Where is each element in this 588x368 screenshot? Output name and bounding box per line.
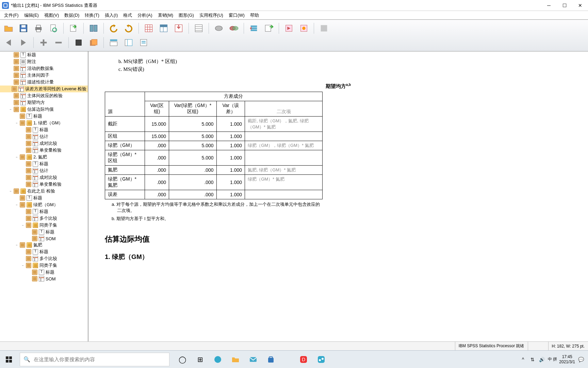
goto-case-button[interactable] xyxy=(172,22,185,35)
menu-insert[interactable]: 插入(I) xyxy=(102,12,120,19)
outline-item[interactable]: 主体间效应的检验 xyxy=(0,92,88,99)
show-button[interactable] xyxy=(72,36,85,49)
goto-variable-button[interactable] xyxy=(157,22,170,35)
tree-toggle-icon[interactable]: − xyxy=(15,121,18,125)
tree-toggle-icon[interactable]: − xyxy=(21,264,24,267)
tray-clock[interactable]: 17:45 2021/3/1 xyxy=(559,354,575,364)
select-cases-button[interactable] xyxy=(212,22,225,35)
tree-toggle-icon[interactable]: − xyxy=(9,189,12,193)
mail-icon[interactable] xyxy=(245,351,261,368)
outline-item[interactable]: 多个比较 xyxy=(0,215,88,222)
outline-pane[interactable]: 标题附注活动的数据集主体间因子描述性统计量误差方差等同性的 Levene 检验主… xyxy=(0,51,88,341)
menu-help[interactable]: 帮助 xyxy=(247,12,262,19)
outline-item[interactable]: 标题 xyxy=(0,229,88,235)
run-script-button[interactable] xyxy=(282,22,295,35)
nav-forward-button[interactable] xyxy=(17,36,30,49)
outline-item[interactable]: 标题 xyxy=(0,269,88,276)
redo-button[interactable] xyxy=(122,22,135,35)
nav-back-button[interactable] xyxy=(2,36,15,49)
edge-icon[interactable] xyxy=(210,351,226,368)
outline-item[interactable]: −绿肥（GM） xyxy=(0,201,88,208)
outline-item[interactable]: 标题 xyxy=(0,195,88,201)
tree-toggle-icon[interactable]: − xyxy=(15,243,18,247)
outline-item[interactable]: 多个比较 xyxy=(0,255,88,262)
store-icon[interactable] xyxy=(263,351,279,368)
outline-item[interactable]: 期望均方 xyxy=(0,99,88,106)
menu-edit[interactable]: 编辑(E) xyxy=(21,12,42,19)
outline-item[interactable]: −2. 氮肥 xyxy=(0,154,88,160)
outline-item[interactable]: 标题 xyxy=(0,126,88,133)
app-icon-1[interactable]: D xyxy=(295,351,312,368)
explorer-icon[interactable] xyxy=(227,351,244,368)
tray-notifications-icon[interactable]: 💬 xyxy=(577,356,585,363)
expand-button[interactable] xyxy=(37,36,50,49)
outline-item[interactable]: 标题 xyxy=(0,208,88,215)
outline-item[interactable]: 标题 xyxy=(0,160,88,167)
close-button[interactable]: ✕ xyxy=(572,0,588,11)
dim-button[interactable] xyxy=(317,22,330,35)
outline-item[interactable]: −氮肥 xyxy=(0,242,88,248)
outline-item[interactable]: −1. 绿肥（GM） xyxy=(0,120,88,126)
outline-item[interactable]: 活动的数据集 xyxy=(0,65,88,72)
tree-toggle-icon[interactable]: − xyxy=(9,108,12,111)
collapse-button[interactable] xyxy=(52,36,65,49)
goto-data-button[interactable] xyxy=(142,22,155,35)
menu-analyze[interactable]: 分析(A) xyxy=(135,12,155,19)
menu-window[interactable]: 窗口(W) xyxy=(226,12,247,19)
tree-toggle-icon[interactable]: − xyxy=(21,224,24,227)
outline-item[interactable]: 成对比较 xyxy=(0,174,88,181)
search-input[interactable] xyxy=(34,356,166,362)
export-button[interactable] xyxy=(67,22,80,35)
cortana-icon[interactable]: ⊞ xyxy=(192,351,208,368)
outline-item[interactable]: −在此之后 检验 xyxy=(0,188,88,195)
menu-utilities[interactable]: 实用程序(U) xyxy=(197,12,226,19)
tree-toggle-icon[interactable]: − xyxy=(15,155,18,159)
insert-title-button[interactable] xyxy=(122,36,135,49)
menu-graphs[interactable]: 图形(G) xyxy=(176,12,197,19)
show-all-button[interactable] xyxy=(262,22,275,35)
outline-item[interactable]: −同类子集 xyxy=(0,262,88,269)
variables-button[interactable] xyxy=(192,22,205,35)
outline-item[interactable]: 描述性统计量 xyxy=(0,79,88,86)
use-sets-button[interactable] xyxy=(247,22,260,35)
outline-item[interactable]: 估计 xyxy=(0,167,88,174)
outline-item[interactable]: 标题 xyxy=(0,113,88,120)
insert-heading-button[interactable] xyxy=(107,36,120,49)
print-button[interactable] xyxy=(32,22,45,35)
preview-button[interactable] xyxy=(47,22,60,35)
tree-toggle-icon[interactable]: − xyxy=(15,203,18,206)
recall-dialog-button[interactable] xyxy=(87,22,100,35)
designate-window-button[interactable] xyxy=(297,22,310,35)
open-button[interactable] xyxy=(2,22,15,35)
menu-view[interactable]: 视图(V) xyxy=(42,12,62,19)
outline-item[interactable]: 估计 xyxy=(0,133,88,140)
menu-transform[interactable]: 转换(T) xyxy=(82,12,102,19)
menu-direct[interactable]: 直销(M) xyxy=(155,12,176,19)
tray-network-icon[interactable]: ⇅ xyxy=(529,356,536,363)
start-button[interactable] xyxy=(0,351,18,368)
menu-format[interactable]: 格式 xyxy=(120,12,135,19)
outline-item[interactable]: 单变量检验 xyxy=(0,181,88,188)
menu-file[interactable]: 文件(F) xyxy=(1,12,21,19)
outline-item[interactable]: 主体间因子 xyxy=(0,72,88,79)
outline-item[interactable]: SOM xyxy=(0,276,88,282)
outline-item[interactable]: −估算边际均值 xyxy=(0,106,88,113)
taskbar-search[interactable]: 🔍 xyxy=(20,353,169,366)
hide-button[interactable] xyxy=(87,36,100,49)
menu-data[interactable]: 数据(D) xyxy=(62,12,82,19)
output-content-pane[interactable]: b. MS(绿肥（GM）* 区组) c. MS(错误) 期望均方a,b 源 方差… xyxy=(88,51,588,341)
undo-button[interactable] xyxy=(107,22,120,35)
outline-item[interactable]: 误差方差等同性的 Levene 检验 xyxy=(0,86,88,92)
app-icon-2[interactable] xyxy=(313,351,329,368)
outline-item[interactable]: 单变量检验 xyxy=(0,147,88,154)
outline-item[interactable]: 标题 xyxy=(0,248,88,255)
outline-item[interactable]: 成对比较 xyxy=(0,140,88,147)
outline-item[interactable]: 附注 xyxy=(0,58,88,65)
value-labels-button[interactable] xyxy=(227,22,240,35)
tray-chevron-up-icon[interactable]: ^ xyxy=(519,356,527,363)
save-button[interactable] xyxy=(17,22,30,35)
outline-item[interactable]: SOM xyxy=(0,235,88,242)
minimize-button[interactable]: ─ xyxy=(541,0,557,11)
taskview-icon[interactable]: ◯ xyxy=(174,351,191,368)
outline-item[interactable]: −同类子集 xyxy=(0,222,88,229)
